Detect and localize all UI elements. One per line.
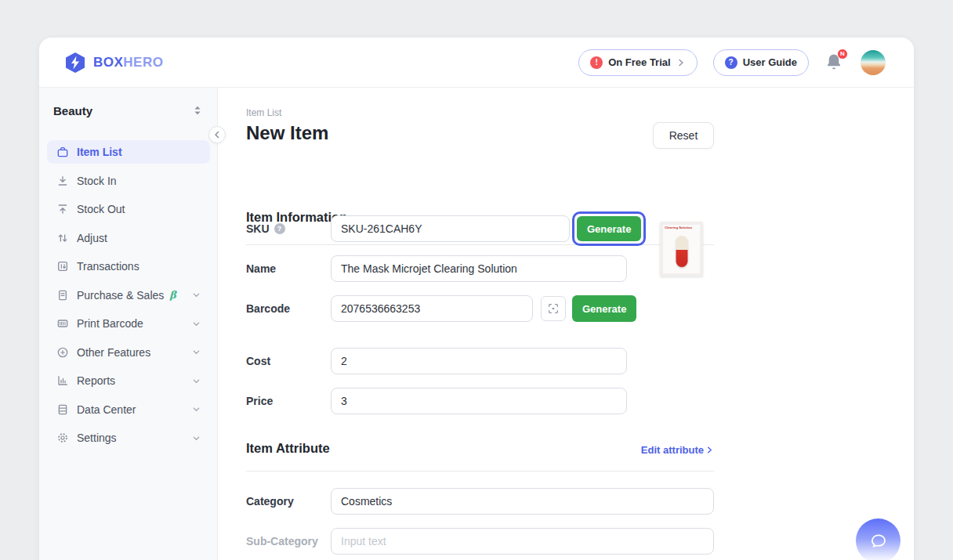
category-row: Category [246,488,714,515]
reset-button[interactable]: Reset [653,122,714,149]
sidebar-item-stock-out[interactable]: Stock Out [47,197,210,221]
sidebar-item-stock-in[interactable]: Stock In [47,169,210,193]
name-input[interactable] [331,255,627,282]
subcategory-input[interactable] [331,528,714,555]
cost-input[interactable] [331,348,627,374]
transactions-icon [56,260,69,273]
price-input[interactable] [331,388,627,414]
sidebar-item-label: Stock In [77,175,117,187]
category-input[interactable] [331,488,714,515]
arrow-up-to-line-icon [56,203,69,215]
subcategory-label: Sub-Category [246,535,318,547]
brand-hero: HERO [123,55,163,70]
barcode-input[interactable] [331,295,533,322]
document-icon [56,289,69,302]
workspace-name: Beauty [53,104,92,117]
notifications-button[interactable]: N [824,52,845,74]
product-image[interactable]: Clearing Solution [660,222,703,276]
main-content: Item List New Item Reset Item Informatio… [218,88,914,560]
product-image-caption: Clearing Solution [665,226,692,229]
sidebar-item-settings[interactable]: Settings [47,426,210,450]
free-trial-button[interactable]: ! On Free Trial [578,49,697,76]
chevron-right-icon [705,446,714,454]
chevron-down-icon [192,434,201,443]
help-icon[interactable]: ? [274,223,285,234]
brand-box: BOX [93,55,123,70]
barcode-label: Barcode [246,302,290,315]
breadcrumb: Item List [246,107,281,118]
sku-label: SKU [246,222,270,235]
sidebar-item-label: Other Features [77,346,150,359]
sidebar-item-other-features[interactable]: Other Features [47,341,210,364]
bar-chart-icon [56,374,69,387]
sidebar-item-reports[interactable]: Reports [47,369,210,392]
sidebar-item-label: Settings [77,432,117,444]
chevron-right-icon [676,58,686,67]
plus-circle-icon [56,346,69,359]
sku-generate-button[interactable]: Generate [577,216,641,241]
sidebar-item-label: Reports [77,374,115,387]
section-item-attribute: Item Attribute [246,441,330,456]
user-guide-label: User Guide [743,56,797,68]
product-image-pack: Clearing Solution [663,225,700,273]
box-icon [56,146,69,158]
topbar: BOXHERO ! On Free Trial ? User Guide N [39,38,914,88]
sidebar-item-data-center[interactable]: Data Center [47,398,210,421]
sidebar-nav: Item List Stock In Stock Out Adjust [47,140,210,450]
sidebar-item-item-list[interactable]: Item List [47,140,210,164]
page-title: New Item [246,122,328,144]
edit-attribute-label: Edit attribute [641,444,704,456]
chevron-down-icon [192,377,201,385]
capsule-graphic [676,236,687,267]
price-row: Price [246,388,627,414]
chat-bubble-icon [868,531,889,551]
sidebar-item-transactions[interactable]: Transactions [47,255,210,278]
user-guide-button[interactable]: ? User Guide [713,49,809,76]
sidebar-item-label: Purchase & Sales [77,289,164,302]
barcode-icon [56,317,69,330]
barcode-row: Barcode Generate [246,295,636,322]
sku-input[interactable] [331,215,570,242]
sidebar-collapse-button[interactable] [208,126,226,143]
chat-widget-button[interactable] [856,518,900,560]
alert-icon: ! [590,56,603,69]
chevron-down-icon [192,291,201,299]
sidebar-item-adjust[interactable]: Adjust [47,226,210,250]
subcategory-row: Sub-Category [246,528,714,555]
user-avatar[interactable] [861,50,886,75]
sidebar-item-label: Transactions [77,260,140,273]
divider [246,471,714,471]
sidebar-item-print-barcode[interactable]: Print Barcode [47,312,210,335]
sidebar-item-label: Stock Out [77,203,125,215]
tutorial-focus-ring: Generate [572,211,646,246]
sort-icon [192,104,203,117]
cost-row: Cost [246,348,627,374]
question-icon: ? [725,56,737,69]
sidebar-item-label: Item List [77,146,122,158]
sku-row: SKU ? [246,215,570,242]
divider [246,244,714,245]
brand-text: BOXHERO [93,55,163,70]
cost-label: Cost [246,355,270,367]
sidebar: Beauty Item List Stock In [39,88,218,560]
category-label: Category [246,495,294,508]
edit-attribute-link[interactable]: Edit attribute [641,444,714,456]
app-window: BOXHERO ! On Free Trial ? User Guide N [39,38,914,560]
sidebar-item-label: Adjust [77,232,107,244]
workspace-selector[interactable]: Beauty [53,99,203,122]
chevron-down-icon [192,320,201,328]
sidebar-item-label: Data Center [77,403,136,416]
gear-icon [56,432,69,444]
boxhero-logo-icon [64,52,86,74]
name-label: Name [246,262,276,275]
barcode-scan-button[interactable] [541,296,566,321]
free-trial-label: On Free Trial [608,56,670,68]
chevron-left-icon [213,131,221,139]
barcode-generate-button[interactable]: Generate [572,295,636,322]
sidebar-item-purchase-sales[interactable]: Purchase & Sales β [47,284,210,307]
notification-badge: N [837,49,848,60]
scan-icon [547,302,560,315]
database-icon [56,403,69,416]
arrow-down-to-line-icon [56,175,69,187]
beta-badge: β [169,289,176,301]
